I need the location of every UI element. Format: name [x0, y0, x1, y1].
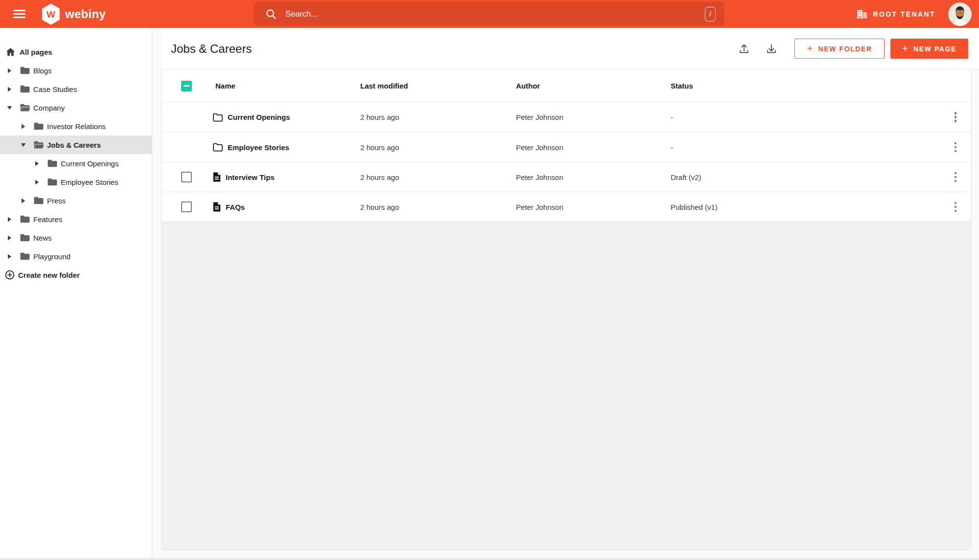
- kebab-menu-icon[interactable]: [951, 168, 960, 186]
- column-header-name: Name: [212, 82, 360, 90]
- search-input[interactable]: [285, 9, 705, 19]
- page-title: Jobs & Careers: [171, 42, 252, 56]
- export-button[interactable]: [734, 39, 754, 59]
- row-status: Draft (v2): [671, 173, 940, 181]
- select-all-checkbox[interactable]: [181, 81, 192, 91]
- sidebar-item-label: Current Openings: [61, 159, 118, 168]
- column-header-author: Author: [516, 82, 671, 90]
- row-status: -: [671, 143, 940, 152]
- sidebar-item-label: Press: [47, 197, 66, 205]
- tenant-selector[interactable]: ROOT TENANT: [856, 8, 935, 20]
- sidebar-item-all-pages[interactable]: All pages: [0, 43, 152, 61]
- tenant-label: ROOT TENANT: [873, 10, 935, 18]
- row-last-modified: 2 hours ago: [360, 173, 516, 181]
- folder-outline-icon: [212, 142, 223, 152]
- kebab-menu-icon[interactable]: [951, 198, 960, 216]
- sidebar-item-company[interactable]: Company: [0, 98, 152, 117]
- sidebar-item-employee-stories[interactable]: Employee Stories: [0, 173, 152, 191]
- folder-tree-sidebar: All pages Blogs Case Studies Company: [0, 28, 152, 558]
- table-row[interactable]: Current Openings 2 hours ago Peter Johns…: [162, 102, 971, 132]
- row-author: Peter Johnson: [516, 143, 671, 152]
- pages-table: Name Last modified Author Status Current…: [162, 70, 971, 222]
- row-name: Interview Tips: [226, 173, 275, 181]
- sidebar-item-label: Company: [33, 104, 65, 112]
- sidebar-item-investor-relations[interactable]: Investor Relations: [0, 117, 152, 135]
- new-folder-button[interactable]: + NEW FOLDER: [794, 39, 884, 59]
- folder-closed-icon: [47, 159, 58, 168]
- sidebar-item-label: Playground: [33, 252, 70, 261]
- bottom-edge-strip: [0, 558, 979, 560]
- row-name: FAQs: [226, 203, 245, 211]
- document-icon: [212, 202, 221, 212]
- caret-right-icon[interactable]: [7, 87, 12, 92]
- caret-right-icon[interactable]: [21, 124, 26, 129]
- kebab-menu-icon[interactable]: [951, 108, 960, 126]
- home-icon: [5, 46, 16, 58]
- sidebar-item-news[interactable]: News: [0, 228, 152, 247]
- sidebar-item-label: Features: [33, 215, 62, 224]
- folder-closed-icon: [20, 252, 30, 261]
- folder-outline-icon: [212, 112, 223, 122]
- sidebar-item-current-openings[interactable]: Current Openings: [0, 154, 152, 173]
- caret-right-icon[interactable]: [34, 161, 40, 166]
- folder-closed-icon: [20, 215, 30, 224]
- app-bar: W webiny / ROOT TENANT: [0, 0, 979, 28]
- new-page-button[interactable]: + NEW PAGE: [890, 39, 968, 59]
- caret-down-icon[interactable]: [21, 143, 26, 147]
- sidebar-item-playground[interactable]: Playground: [0, 247, 152, 266]
- sidebar-item-label: Employee Stories: [61, 178, 118, 186]
- import-button[interactable]: [761, 39, 782, 59]
- caret-right-icon[interactable]: [7, 68, 12, 73]
- caret-right-icon[interactable]: [7, 235, 12, 241]
- new-page-label: NEW PAGE: [913, 45, 956, 53]
- table-header-row: Name Last modified Author Status: [162, 70, 971, 102]
- user-avatar[interactable]: [948, 2, 972, 26]
- create-folder-label: Create new folder: [18, 271, 80, 279]
- download-icon: [766, 43, 777, 55]
- sidebar-item-press[interactable]: Press: [0, 191, 152, 210]
- sidebar-item-case-studies[interactable]: Case Studies: [0, 80, 152, 98]
- row-status: -: [671, 113, 940, 121]
- webiny-logo: W webiny: [41, 3, 106, 25]
- table-row[interactable]: FAQs 2 hours ago Peter Johnson Published…: [162, 192, 971, 222]
- main-content: Jobs & Careers + NEW FOLDER + NEW: [161, 28, 979, 560]
- webiny-hexagon-icon: W: [41, 3, 61, 25]
- folder-closed-icon: [20, 85, 30, 93]
- sidebar-item-label: Jobs & Careers: [47, 141, 101, 149]
- search-bar[interactable]: /: [254, 2, 724, 26]
- sidebar-item-blogs[interactable]: Blogs: [0, 61, 152, 80]
- table-row[interactable]: Employee Stories 2 hours ago Peter Johns…: [162, 132, 971, 162]
- svg-text:W: W: [47, 9, 55, 20]
- sidebar-item-label: All pages: [20, 48, 52, 56]
- caret-right-icon[interactable]: [7, 217, 12, 222]
- row-checkbox[interactable]: [181, 172, 192, 182]
- search-shortcut-badge: /: [705, 7, 716, 22]
- caret-right-icon[interactable]: [21, 198, 26, 203]
- circle-plus-icon: [5, 270, 15, 280]
- folder-closed-icon: [20, 233, 30, 242]
- sidebar-item-jobs-careers[interactable]: Jobs & Careers: [0, 135, 152, 154]
- row-last-modified: 2 hours ago: [360, 203, 516, 211]
- sidebar-item-label: Case Studies: [33, 85, 77, 93]
- row-author: Peter Johnson: [516, 173, 671, 181]
- row-status: Published (v1): [671, 203, 940, 211]
- caret-right-icon[interactable]: [7, 254, 12, 259]
- kebab-menu-icon[interactable]: [951, 138, 960, 156]
- new-folder-label: NEW FOLDER: [818, 45, 872, 53]
- column-header-status: Status: [671, 82, 940, 90]
- create-new-folder-button[interactable]: Create new folder: [0, 266, 152, 284]
- sidebar-item-features[interactable]: Features: [0, 210, 152, 228]
- row-author: Peter Johnson: [516, 203, 671, 211]
- sidebar-item-label: Investor Relations: [47, 122, 106, 131]
- folder-closed-icon: [33, 122, 44, 131]
- row-last-modified: 2 hours ago: [360, 113, 516, 121]
- caret-right-icon[interactable]: [34, 179, 40, 185]
- caret-down-icon[interactable]: [7, 106, 12, 110]
- row-checkbox[interactable]: [181, 202, 192, 212]
- avatar-photo: [948, 2, 972, 26]
- hamburger-menu-icon[interactable]: [8, 4, 30, 24]
- folder-open-icon: [20, 103, 30, 112]
- search-icon: [265, 8, 277, 20]
- table-row[interactable]: Interview Tips 2 hours ago Peter Johnson…: [162, 162, 971, 192]
- sidebar-item-label: Blogs: [33, 67, 52, 75]
